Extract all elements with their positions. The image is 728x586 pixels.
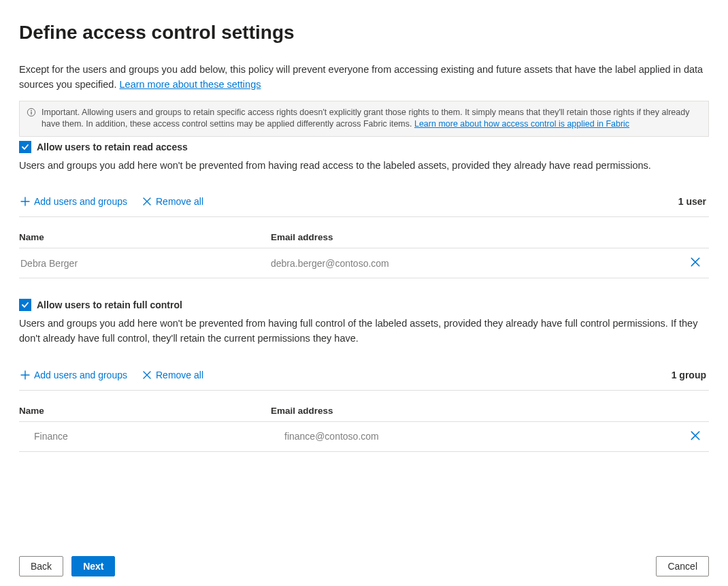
close-icon bbox=[142, 370, 152, 380]
retain-read-label: Allow users to retain read access bbox=[37, 142, 188, 152]
full-row-email: finance@contoso.com bbox=[271, 431, 682, 442]
svg-rect-2 bbox=[31, 111, 31, 114]
read-row-email: debra.berger@contoso.com bbox=[271, 258, 682, 269]
remove-full-row-button[interactable] bbox=[682, 430, 709, 443]
close-icon bbox=[142, 197, 152, 206]
read-toolbar: Add users and groups Remove all 1 user bbox=[19, 189, 709, 217]
full-count: 1 group bbox=[672, 370, 709, 380]
learn-more-fabric-link[interactable]: Learn more about how access control is a… bbox=[414, 119, 629, 129]
full-section-description: Users and groups you add here won't be p… bbox=[19, 316, 709, 346]
remove-all-full-label: Remove all bbox=[156, 370, 203, 380]
add-users-read-label: Add users and groups bbox=[34, 196, 127, 207]
full-row-name: Finance bbox=[33, 431, 271, 442]
page-title: Define access control settings bbox=[19, 22, 709, 44]
learn-more-settings-link[interactable]: Learn more about these settings bbox=[120, 79, 261, 90]
read-col-name-header: Name bbox=[19, 232, 271, 242]
svg-point-1 bbox=[31, 110, 32, 111]
info-body: Important. Allowing users and groups to … bbox=[42, 107, 701, 131]
read-row-name: Debra Berger bbox=[19, 258, 271, 269]
full-col-email-header: Email address bbox=[271, 406, 682, 416]
info-banner: Important. Allowing users and groups to … bbox=[19, 101, 709, 137]
read-col-email-header: Email address bbox=[271, 232, 682, 242]
full-toolbar: Add users and groups Remove all 1 group bbox=[19, 363, 709, 391]
full-col-name-header: Name bbox=[19, 406, 271, 416]
read-section-description: Users and groups you add here won't be p… bbox=[19, 159, 709, 174]
next-button[interactable]: Next bbox=[71, 556, 115, 576]
full-table-header: Name Email address bbox=[19, 391, 709, 422]
add-users-read-button[interactable]: Add users and groups bbox=[19, 193, 129, 210]
plus-icon bbox=[20, 197, 30, 206]
read-table-header: Name Email address bbox=[19, 217, 709, 248]
retain-full-checkbox[interactable] bbox=[19, 299, 31, 311]
info-icon bbox=[27, 107, 36, 121]
table-row: Debra Berger debra.berger@contoso.com bbox=[19, 248, 709, 278]
retain-read-checkbox[interactable] bbox=[19, 141, 31, 153]
table-row: Finance finance@contoso.com bbox=[19, 422, 709, 452]
remove-read-row-button[interactable] bbox=[682, 257, 709, 270]
add-users-full-label: Add users and groups bbox=[34, 370, 127, 380]
add-users-full-button[interactable]: Add users and groups bbox=[19, 367, 129, 383]
plus-icon bbox=[20, 370, 30, 380]
close-icon bbox=[690, 257, 701, 270]
remove-all-read-label: Remove all bbox=[156, 196, 203, 207]
footer: Back Next Cancel bbox=[19, 556, 709, 576]
back-button[interactable]: Back bbox=[19, 556, 63, 576]
retain-full-label: Allow users to retain full control bbox=[37, 299, 182, 310]
close-icon bbox=[690, 430, 701, 443]
intro-text: Except for the users and groups you add … bbox=[19, 63, 709, 93]
read-count: 1 user bbox=[678, 196, 709, 207]
cancel-button[interactable]: Cancel bbox=[656, 556, 709, 576]
remove-all-full-button[interactable]: Remove all bbox=[141, 367, 205, 383]
remove-all-read-button[interactable]: Remove all bbox=[141, 193, 205, 210]
